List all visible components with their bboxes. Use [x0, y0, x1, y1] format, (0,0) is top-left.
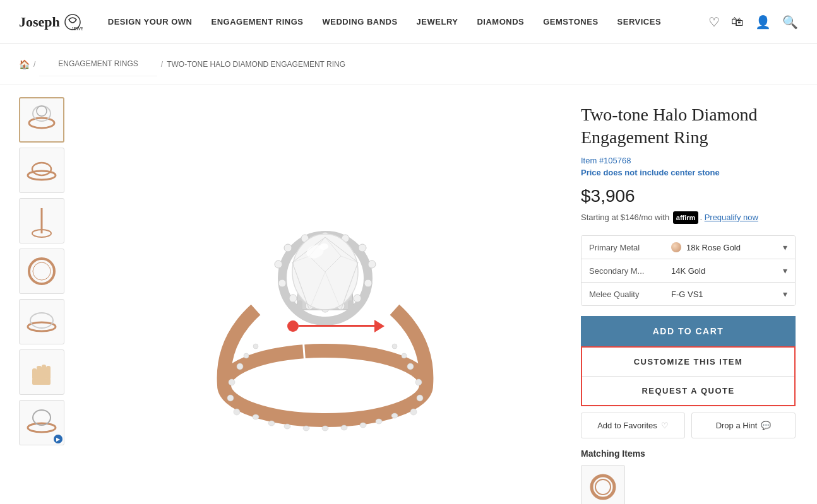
- ring-illustration: [174, 139, 477, 467]
- svg-rect-14: [42, 365, 46, 380]
- option-primary-metal[interactable]: Primary Metal 18k Rose Gold ▾: [581, 236, 795, 259]
- option-select-secondary-metal[interactable]: 14K Gold ▾: [671, 266, 787, 276]
- thumbnail-7[interactable]: ▶: [19, 400, 64, 445]
- option-value-melee-quality: F-G VS1: [671, 290, 783, 299]
- thumbnail-5[interactable]: [19, 299, 64, 344]
- drop-a-hint-button[interactable]: Drop a Hint 💬: [691, 413, 796, 438]
- home-icon[interactable]: 🏠: [19, 59, 30, 69]
- header: Joseph JEWELRY DESIGN YOUR OWN ENGAGEMEN…: [0, 0, 817, 44]
- nav-engagement-rings[interactable]: ENGAGEMENT RINGS: [211, 17, 303, 26]
- nav-design-your-own[interactable]: DESIGN YOUR OWN: [108, 17, 193, 26]
- logo[interactable]: Joseph JEWELRY: [19, 12, 83, 32]
- matching-item-1[interactable]: [581, 465, 625, 504]
- svg-point-20: [224, 351, 426, 420]
- thumbnail-2[interactable]: [19, 148, 64, 193]
- option-value-secondary-metal: 14K Gold: [671, 266, 783, 276]
- svg-point-31: [402, 353, 407, 358]
- thumbnail-gallery: ▶: [19, 97, 69, 504]
- main-content: ▶: [0, 85, 817, 504]
- logo-text: Joseph: [19, 14, 60, 30]
- svg-point-2: [29, 118, 54, 128]
- svg-point-32: [392, 344, 397, 349]
- svg-point-4: [37, 106, 47, 116]
- svg-point-69: [595, 479, 611, 495]
- product-info-panel: Two-tone Halo Diamond Engagement Ring It…: [581, 97, 796, 504]
- chevron-down-icon-secondary-metal: ▾: [783, 266, 787, 276]
- svg-rect-16: [32, 368, 37, 380]
- annotation-line: [299, 325, 374, 327]
- chat-icon: 💬: [761, 421, 771, 430]
- header-icons: ♡ 🛍 👤 🔍: [708, 15, 798, 30]
- option-value-text-melee-quality: F-G VS1: [671, 290, 703, 299]
- annotation-arrow: [287, 320, 385, 332]
- nav-services[interactable]: SERVICES: [617, 17, 662, 26]
- option-select-melee-quality[interactable]: F-G VS1 ▾: [671, 289, 787, 299]
- svg-point-6: [32, 163, 51, 175]
- breadcrumb-sep-2: /: [161, 60, 163, 69]
- svg-point-21: [237, 363, 243, 370]
- option-select-primary-metal[interactable]: 18k Rose Gold ▾: [671, 242, 787, 252]
- affirm-text: Starting at $146/mo with affirm. Prequal…: [581, 211, 796, 225]
- nav-diamonds[interactable]: DIAMONDS: [477, 17, 524, 26]
- svg-point-12: [30, 313, 53, 328]
- wishlist-icon[interactable]: ♡: [708, 15, 720, 30]
- svg-point-38: [341, 425, 347, 430]
- customize-section: CUSTOMIZE THIS ITEM REQUEST A QUOTE: [581, 346, 796, 406]
- svg-point-26: [253, 344, 258, 349]
- thumb-ring-svg-1: [23, 101, 61, 139]
- breadcrumb-engagement-rings[interactable]: ENGAGEMENT RINGS: [39, 52, 157, 76]
- svg-point-41: [391, 413, 398, 418]
- product-price: $3,906: [581, 186, 796, 206]
- thumbnail-4[interactable]: [19, 249, 64, 294]
- thumb-hand-svg: [23, 353, 61, 391]
- thumbnail-3[interactable]: [19, 198, 64, 243]
- price-note: Price does not include center stone: [581, 168, 796, 177]
- favorites-label: Add to Favorites: [597, 421, 657, 430]
- svg-point-33: [253, 414, 259, 419]
- svg-point-56: [289, 295, 297, 302]
- option-secondary-metal[interactable]: Secondary M... 14K Gold ▾: [581, 259, 795, 283]
- option-label-primary-metal: Primary Metal: [589, 243, 671, 252]
- svg-point-52: [354, 295, 361, 302]
- secondary-actions: Add to Favorites ♡ Drop a Hint 💬: [581, 413, 796, 438]
- option-label-secondary-metal: Secondary M...: [589, 266, 671, 276]
- nav-jewelry[interactable]: JEWELRY: [417, 17, 458, 26]
- cart-icon[interactable]: 🛍: [731, 15, 744, 29]
- breadcrumb-current: TWO-TONE HALO DIAMOND ENGAGEMENT RING: [167, 60, 345, 69]
- affirm-prefix: Starting at $146/mo with: [581, 213, 669, 222]
- customize-item-button[interactable]: CUSTOMIZE THIS ITEM: [582, 348, 794, 377]
- account-icon[interactable]: 👤: [755, 15, 771, 30]
- svg-point-59: [284, 244, 292, 252]
- thumb-ring-svg-5: [23, 303, 61, 341]
- svg-point-28: [415, 379, 422, 385]
- thumb-ring-svg-4: [23, 252, 61, 290]
- chevron-down-icon-melee-quality: ▾: [783, 289, 787, 299]
- add-to-cart-button[interactable]: ADD TO CART: [581, 316, 796, 346]
- svg-point-50: [368, 261, 376, 268]
- video-badge: ▶: [54, 435, 63, 443]
- thumbnail-1[interactable]: [19, 97, 64, 143]
- product-options: Primary Metal 18k Rose Gold ▾ Secondary …: [581, 235, 796, 306]
- add-to-favorites-button[interactable]: Add to Favorites ♡: [581, 413, 685, 438]
- search-icon[interactable]: 🔍: [782, 15, 798, 30]
- svg-point-58: [275, 261, 282, 268]
- nav-gemstones[interactable]: GEMSTONES: [543, 17, 598, 26]
- nav-wedding-bands[interactable]: WEDDING BANDS: [322, 17, 397, 26]
- thumbnail-6[interactable]: [19, 349, 64, 395]
- request-quote-button[interactable]: REQUEST A QUOTE: [582, 377, 794, 405]
- product-title: Two-tone Halo Diamond Engagement Ring: [581, 103, 796, 149]
- affirm-prequalify-link[interactable]: Prequalify now: [705, 213, 758, 222]
- option-melee-quality[interactable]: Melee Quality F-G VS1 ▾: [581, 283, 795, 305]
- thumb-ring-svg-2: [23, 151, 61, 189]
- svg-point-37: [322, 426, 328, 431]
- option-value-primary-metal: 18k Rose Gold: [671, 242, 783, 252]
- chevron-down-icon-primary-metal: ▾: [783, 242, 787, 252]
- svg-rect-15: [46, 366, 51, 380]
- svg-point-24: [234, 409, 240, 415]
- thumb-ring-svg-3: [23, 202, 61, 240]
- svg-point-22: [229, 379, 235, 385]
- svg-point-34: [268, 421, 275, 426]
- svg-point-57: [278, 279, 286, 287]
- svg-point-30: [410, 409, 417, 415]
- affirm-logo: affirm: [673, 211, 699, 225]
